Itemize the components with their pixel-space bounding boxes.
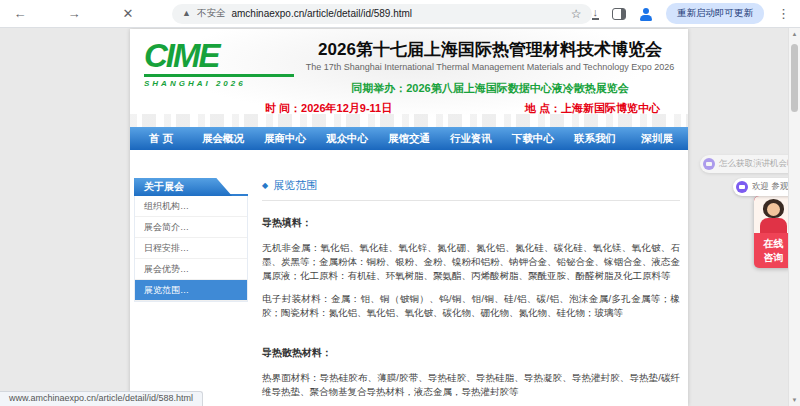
back-icon[interactable]: ← (10, 6, 30, 21)
url-bar[interactable]: ▲ 不安全 amchinaexpo.cn/article/detail/id/5… (172, 4, 592, 24)
expo-title-en: The 17th Shanghai International Thermal … (298, 62, 682, 72)
bookmark-star-icon[interactable]: ☆ (571, 7, 582, 21)
co-located-event: 同期举办：2026第八届上海国际数据中心液冷散热展览会 (298, 81, 682, 96)
security-label: 不安全 (197, 7, 226, 20)
toolbar-right-group: ↓ 重新启动即可更新 ⋮ (592, 3, 791, 24)
update-button[interactable]: 重新启动即可更新 (666, 3, 764, 24)
nav-item-download-center[interactable]: 下载中心 (502, 127, 564, 150)
browser-toolbar: ← → ✕ ▲ 不安全 amchinaexpo.cn/article/detai… (0, 0, 800, 28)
article-title-row: ◆ 展览范围 (262, 178, 680, 201)
profile-icon[interactable] (639, 7, 653, 21)
sidebar-item-scope[interactable]: 展览范围… (135, 280, 247, 301)
cime-logo: CIME SHANGHAI 2026 (144, 41, 294, 88)
nav-item-visitor-center[interactable]: 观众中心 (316, 127, 378, 150)
url-text: amchinaexpo.cn/article/detail/id/589.htm… (231, 8, 564, 19)
scrollbar-thumb[interactable] (791, 44, 798, 112)
site-page: CIME SHANGHAI 2026 2026第十七届上海国际热管理材料技术博览… (130, 29, 688, 406)
nav-item-industry-news[interactable]: 行业资讯 (440, 127, 502, 150)
browser-window: ← → ✕ ▲ 不安全 amchinaexpo.cn/article/detai… (0, 0, 800, 406)
section-heading-thermal-materials: 导热散热材料： (262, 346, 680, 360)
nav-item-overview[interactable]: 展会概况 (192, 127, 254, 150)
page-title: 展览范围 (273, 178, 317, 193)
expo-title-cn: 2026第十七届上海国际热管理材料技术博览会 (298, 38, 682, 61)
page-body: 关于展会 组织机构… 展会简介… 日程安排… 展会优势… 展览范围… ◆ 展览范… (130, 150, 688, 406)
stop-icon[interactable]: ✕ (118, 6, 138, 21)
scroll-down-icon[interactable]: ▼ (789, 397, 800, 403)
nav-item-home[interactable]: 首 页 (130, 127, 192, 150)
sidebar-item-schedule[interactable]: 日程安排… (135, 238, 247, 259)
expo-venue: 地 点：上海新国际博览中心 (525, 101, 660, 116)
sidebar-item-organization[interactable]: 组织机构… (135, 196, 247, 217)
site-header-banner: CIME SHANGHAI 2026 2026第十七届上海国际热管理材料技术博览… (130, 29, 688, 127)
scroll-up-icon[interactable]: ▲ (789, 31, 800, 37)
side-panel-icon[interactable] (612, 8, 626, 20)
download-icon[interactable]: ↓ (592, 8, 600, 20)
sidebar-list: 组织机构… 展会简介… 日程安排… 展会优势… 展览范围… (134, 196, 248, 302)
nav-item-contact-us[interactable]: 联系我们 (564, 127, 626, 150)
sidebar-header-row: 关于展会 (134, 178, 248, 196)
paragraph-interface-materials: 热界面材料：导热硅胶布、薄膜/胶带、导热硅胶、导热硅脂、导热凝胶、导热灌封胶、导… (262, 371, 680, 399)
chat-icon (736, 181, 748, 193)
expo-date: 时 间：2026年12月9-11日 (265, 101, 392, 116)
sidebar-item-advantage[interactable]: 展会优势… (135, 259, 247, 280)
forward-icon[interactable]: → (64, 6, 84, 21)
paragraph-inorganic-fillers: 无机非金属：氧化铝、氧化硅、氧化锌、氮化硼、氮化铝、氮化硅、碳化硅、氧化镁、氧化… (262, 241, 680, 283)
avatar-shirt (760, 218, 787, 233)
logo-subtext: SHANGHAI 2026 (144, 74, 294, 88)
status-bar: www.amchinaexpo.cn/article/detail/id/588… (0, 391, 203, 406)
sidebar-item-intro[interactable]: 展会简介… (135, 217, 247, 238)
nav-item-venue-traffic[interactable]: 展馆交通 (378, 127, 440, 150)
sidebar-title: 关于展会 (134, 178, 232, 196)
main-nav: 首 页 展会概况 展商中心 观众中心 展馆交通 行业资讯 下载中心 联系我们 深… (130, 127, 688, 150)
chat-bubble-question[interactable]: 怎么获取演讲机会呢？ (700, 155, 800, 173)
nav-item-exhibitor-center[interactable]: 展商中心 (254, 127, 316, 150)
avatar-face (767, 203, 780, 216)
nav-item-shenzhen-expo[interactable]: 深圳展 (626, 127, 688, 150)
diamond-bullet-icon: ◆ (262, 182, 268, 190)
sidebar: 关于展会 组织机构… 展会简介… 日程安排… 展会优势… 展览范围… (134, 178, 248, 302)
menu-dots-icon[interactable]: ⋮ (777, 6, 790, 21)
not-secure-warning-icon: ▲ (182, 9, 191, 18)
article-content: ◆ 展览范围 导热填料： 无机非金属：氧化铝、氧化硅、氧化锌、氮化硼、氮化铝、氮… (262, 178, 680, 406)
scrollbar[interactable]: ▲ ▼ (788, 28, 800, 406)
expo-date-venue-row: 时 间：2026年12月9-11日 地 点：上海新国际博览中心 (265, 101, 660, 116)
logo-text: CIME (144, 41, 294, 71)
section-heading-fillers: 导热填料： (262, 216, 680, 230)
chat-icon (703, 158, 715, 170)
paragraph-packaging-materials: 电子封装材料：金属：钼、铜（铍铜）、钨/铜、钼/铜、硅/铝、碳/铝、泡沫金属/多… (262, 292, 680, 320)
